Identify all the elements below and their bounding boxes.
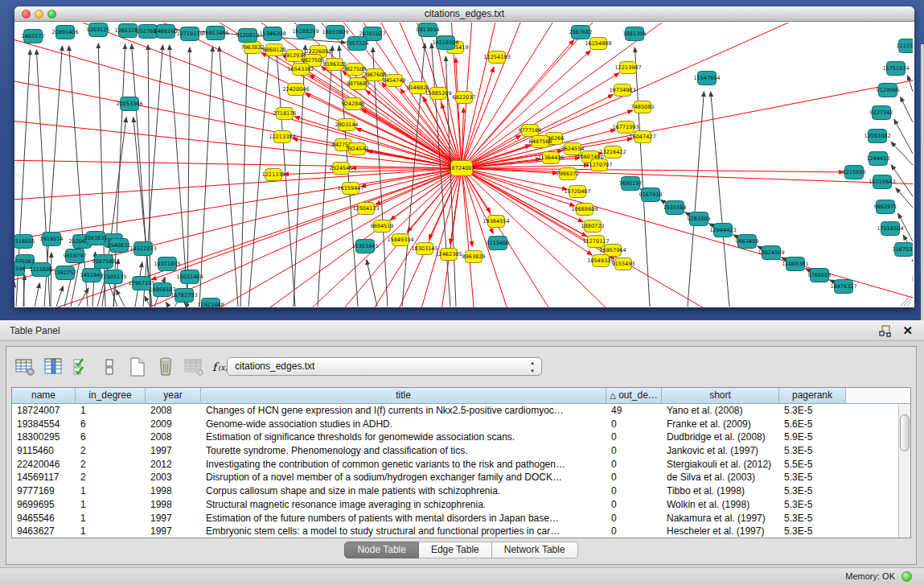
table-selector[interactable]: citations_edges.txt ▲▼ <box>227 357 542 376</box>
table-cell-pagerank[interactable]: 5.3E-5 <box>779 444 846 458</box>
table-cell-title[interactable]: Corpus callosum shape and size in male p… <box>201 484 606 498</box>
import-table-icon[interactable] <box>182 355 206 379</box>
table-cell-pagerank[interactable]: 5.3E-5 <box>779 484 846 498</box>
table-cell-year[interactable]: 1997 <box>146 444 201 458</box>
table-mode-icon[interactable] <box>13 355 37 379</box>
table-cell-year[interactable]: 1997 <box>146 525 201 538</box>
table-cell-year[interactable]: 2012 <box>146 458 201 472</box>
table-cell-year[interactable]: 2008 <box>146 431 201 444</box>
table-cell-pagerank[interactable]: 5.9E-5 <box>779 431 846 444</box>
table-cell-short[interactable]: de Silva et al. (2003) <box>662 471 779 484</box>
table-cell-title[interactable]: Tourette syndrome. Phenomenology and cla… <box>201 444 606 458</box>
table-cell-short[interactable]: Hescheler et al. (1997) <box>662 525 779 538</box>
table-row[interactable]: 2242004622012Investigating the contribut… <box>12 458 898 472</box>
table-cell-title[interactable]: Investigating the contribution of common… <box>201 458 606 472</box>
table-cell-name[interactable]: 9699695 <box>12 498 76 512</box>
window-zoom-button[interactable] <box>47 10 56 19</box>
table-cell-out_de[interactable]: 0 <box>606 471 662 484</box>
table-cell-name[interactable]: 22420046 <box>12 458 76 472</box>
table-cell-title[interactable]: Genome-wide association studies in ADHD. <box>201 418 606 431</box>
table-cell-in_degree[interactable]: 2 <box>76 444 146 458</box>
table-cell-short[interactable]: Wolkin et al. (1998) <box>662 498 779 512</box>
table-cell-title[interactable]: Structural magnetic resonance image aver… <box>201 498 606 512</box>
table-row[interactable]: 1938455462009Genome-wide association stu… <box>12 418 898 431</box>
network-graph[interactable]: 7963822886012889129342222605898275051654… <box>14 23 913 307</box>
table-cell-pagerank[interactable]: 5.5E-5 <box>779 458 846 472</box>
table-cell-in_degree[interactable]: 6 <box>76 431 146 444</box>
table-cell-title[interactable]: Estimation of significance thresholds fo… <box>201 431 606 444</box>
table-cell-in_degree[interactable]: 1 <box>76 498 146 512</box>
table-row[interactable]: 1830029562008Estimation of significance … <box>12 431 898 444</box>
network-window[interactable]: citations_edges.txt 79638228860128891293… <box>14 6 914 307</box>
network-canvas[interactable]: 7963822886012889129342222605898275051654… <box>14 23 914 307</box>
table-cell-year[interactable]: 2003 <box>146 471 201 484</box>
table-cell-in_degree[interactable]: 2 <box>76 471 146 484</box>
tab-network-table[interactable]: Network Table <box>492 542 578 558</box>
table-cell-title[interactable]: Embryonic stem cells: a model to study s… <box>201 525 606 538</box>
table-cell-title[interactable]: Disruption of a novel member of a sodium… <box>201 471 606 484</box>
table-cell-title[interactable]: Estimation of the future numbers of pati… <box>201 512 606 525</box>
table-row[interactable]: 911546021997Tourette syndrome. Phenomeno… <box>12 444 898 458</box>
table-cell-out_de[interactable]: 0 <box>606 431 662 444</box>
table-cell-in_degree[interactable]: 1 <box>76 484 146 498</box>
table-cell-short[interactable]: Tibbo et al. (1998) <box>662 484 779 498</box>
column-header-short[interactable]: short <box>662 388 779 404</box>
table-cell-year[interactable]: 1998 <box>146 498 201 512</box>
table-cell-name[interactable]: 19384554 <box>12 418 76 431</box>
table-cell-in_degree[interactable]: 1 <box>76 525 146 538</box>
show-columns-icon[interactable] <box>41 355 65 379</box>
table-cell-out_de[interactable]: 0 <box>606 458 662 472</box>
column-header-name[interactable]: name <box>12 388 76 404</box>
table-cell-name[interactable]: 18300295 <box>12 431 76 444</box>
table-cell-pagerank[interactable]: 5.6E-5 <box>779 418 846 431</box>
table-cell-short[interactable]: Yano et al. (2008) <box>662 404 779 418</box>
table-cell-in_degree[interactable]: 1 <box>76 404 146 418</box>
create-table-icon[interactable] <box>125 355 150 379</box>
row-height-icon[interactable] <box>97 355 121 379</box>
table-cell-pagerank[interactable]: 5.3E-5 <box>779 512 846 525</box>
table-cell-short[interactable]: Nakamura et al. (1997) <box>662 512 779 525</box>
table-cell-short[interactable]: Dudbridge et al. (2008) <box>662 431 779 444</box>
table-row[interactable]: 1456911722003Disruption of a novel membe… <box>12 471 898 484</box>
table-row[interactable]: 1872400712008Changes of HCN gene express… <box>12 404 898 418</box>
table-cell-pagerank[interactable]: 5.3E-5 <box>779 525 846 538</box>
table-vertical-scrollbar[interactable] <box>898 404 910 538</box>
table-cell-out_de[interactable]: 0 <box>606 418 662 431</box>
close-panel-icon[interactable]: ✕ <box>902 323 913 339</box>
table-row[interactable]: 946362711997Embryonic stem cells: a mode… <box>12 525 898 538</box>
table-cell-year[interactable]: 1998 <box>146 484 201 498</box>
column-header-year[interactable]: year <box>146 388 201 404</box>
table-cell-in_degree[interactable]: 2 <box>76 458 146 472</box>
table-cell-short[interactable]: Jankovic et al. (1997) <box>662 444 779 458</box>
column-header-out_de[interactable]: △ out_de… <box>606 388 662 404</box>
select-columns-icon[interactable] <box>69 355 93 379</box>
table-cell-out_de[interactable]: 49 <box>606 404 662 418</box>
table-cell-name[interactable]: 9777169 <box>12 484 76 498</box>
table-cell-out_de[interactable]: 0 <box>606 444 662 458</box>
table-cell-in_degree[interactable]: 6 <box>76 418 146 431</box>
table-cell-short[interactable]: Stergiakouli et al. (2012) <box>662 458 779 472</box>
table-cell-name[interactable]: 9463627 <box>12 525 76 538</box>
table-cell-pagerank[interactable]: 5.3E-5 <box>779 498 846 512</box>
table-cell-name[interactable]: 9115460 <box>12 444 76 458</box>
delete-table-icon[interactable] <box>154 355 178 379</box>
column-header-in_degree[interactable]: in_degree <box>76 388 146 404</box>
table-row[interactable]: 969969511998Structural magnetic resonanc… <box>12 498 898 512</box>
table-cell-year[interactable]: 1997 <box>146 512 201 525</box>
table-cell-pagerank[interactable]: 5.3E-5 <box>779 404 846 418</box>
table-row[interactable]: 977716911998Corpus callosum shape and si… <box>12 484 898 498</box>
table-cell-year[interactable]: 2009 <box>146 418 201 431</box>
table-row[interactable]: 946554611997Estimation of the future num… <box>12 512 898 525</box>
table-cell-in_degree[interactable]: 1 <box>76 512 146 525</box>
network-window-titlebar[interactable]: citations_edges.txt <box>14 6 914 22</box>
table-cell-name[interactable]: 9465546 <box>12 512 76 525</box>
float-panel-icon[interactable] <box>879 324 892 337</box>
table-cell-out_de[interactable]: 0 <box>606 498 662 512</box>
column-header-title[interactable]: title <box>201 388 606 404</box>
column-header-pagerank[interactable]: pagerank <box>779 388 846 404</box>
table-cell-name[interactable]: 14569117 <box>12 471 76 484</box>
window-minimize-button[interactable] <box>35 10 43 19</box>
scrollbar-thumb[interactable] <box>900 414 910 451</box>
table-cell-pagerank[interactable]: 5.3E-5 <box>779 471 846 484</box>
table-cell-title[interactable]: Changes of HCN gene expression and I(f) … <box>201 404 606 418</box>
